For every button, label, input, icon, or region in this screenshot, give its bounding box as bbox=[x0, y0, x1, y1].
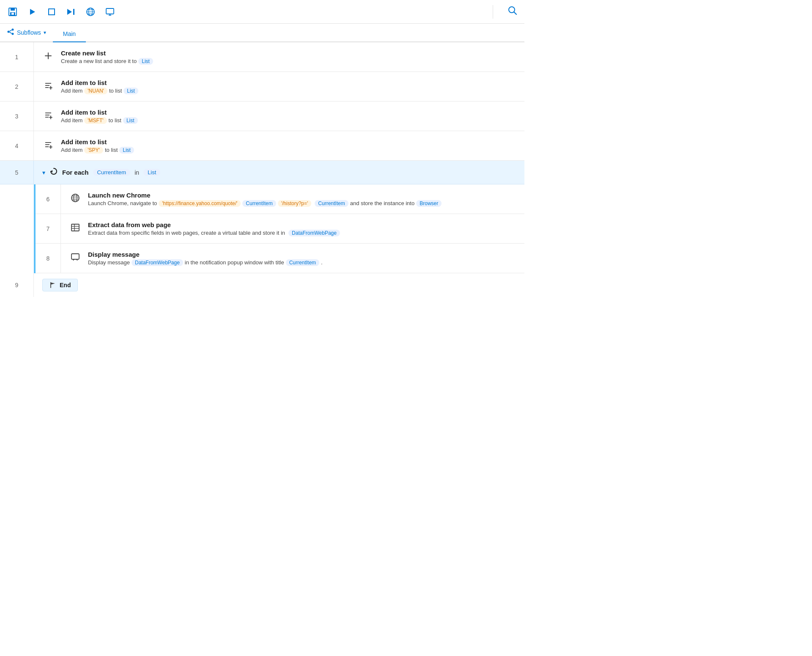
subflows-label: Subflows bbox=[17, 29, 41, 36]
add-list-icon-3 bbox=[42, 110, 54, 122]
web-icon[interactable] bbox=[85, 6, 96, 18]
step-8-suffix: . bbox=[321, 259, 323, 266]
step-1-list-badge: List bbox=[138, 58, 153, 65]
step-6-content[interactable]: Launch new Chrome Launch Chrome, navigat… bbox=[61, 184, 524, 214]
svg-marker-4 bbox=[30, 9, 35, 15]
subflows-button[interactable]: Subflows ▾ bbox=[0, 24, 53, 41]
svg-marker-6 bbox=[67, 9, 72, 15]
step-4-content[interactable]: Add item to list Add item 'SPY' to list … bbox=[34, 131, 524, 160]
step-6-launch-text: Launch Chrome, navigate to bbox=[88, 200, 157, 206]
step-4-spy-badge: 'SPY' bbox=[84, 147, 103, 154]
end-badge: End bbox=[42, 279, 78, 291]
search-icon[interactable] bbox=[508, 5, 518, 18]
step-8-data-badge: DataFromWebPage bbox=[132, 259, 183, 266]
subflows-chevron-icon: ▾ bbox=[44, 30, 46, 36]
step-2-list-badge: List bbox=[123, 88, 138, 94]
step-4-title: Add item to list bbox=[61, 138, 516, 145]
step-6-number: 6 bbox=[36, 184, 61, 214]
step-7-title: Extract data from web page bbox=[88, 221, 516, 228]
step-1-content[interactable]: Create new list Create a new list and st… bbox=[34, 42, 524, 71]
step-7-text: Extract data from web page Extract data … bbox=[88, 221, 516, 236]
svg-point-18 bbox=[8, 31, 10, 33]
add-list-icon-4 bbox=[42, 140, 54, 151]
svg-rect-7 bbox=[73, 9, 74, 15]
step-2-text: Add item to list Add item 'NUAN' to list… bbox=[61, 79, 516, 94]
step-1-number: 1 bbox=[0, 42, 34, 71]
display-message-icon bbox=[69, 253, 81, 264]
step-3-title: Add item to list bbox=[61, 109, 516, 116]
next-step-icon[interactable] bbox=[65, 6, 77, 18]
foreach-loop-icon bbox=[49, 167, 58, 178]
step-1-desc-prefix: Create a new list and store it to bbox=[61, 58, 137, 64]
step-8-row: 8 Display message Display message DataFr… bbox=[36, 244, 524, 273]
foreach-list-badge: List bbox=[143, 169, 160, 176]
foreach-currentitem-badge: CurrentItem bbox=[93, 169, 131, 176]
run-icon[interactable] bbox=[26, 6, 38, 18]
step-4-row: 4 Add item to list Add item 'SPY' to lis… bbox=[0, 131, 524, 161]
step-4-number: 4 bbox=[0, 131, 34, 160]
foreach-title: For each bbox=[62, 169, 89, 176]
step-2-content[interactable]: Add item to list Add item 'NUAN' to list… bbox=[34, 72, 524, 101]
step-2-add: Add item bbox=[61, 88, 82, 94]
stop-icon[interactable] bbox=[46, 6, 58, 18]
foreach-content[interactable]: ▾ For each CurrentItem in List bbox=[34, 161, 524, 184]
step-6-url-badge: 'https://finance.yahoo.com/quote/' bbox=[159, 200, 241, 207]
svg-rect-46 bbox=[71, 224, 79, 231]
step-8-title: Display message bbox=[88, 251, 516, 258]
step-6-desc: Launch Chrome, navigate to 'https://fina… bbox=[88, 200, 516, 207]
step-7-desc-prefix: Extract data from specific fields in web… bbox=[88, 230, 285, 236]
step-8-text: Display message Display message DataFrom… bbox=[88, 251, 516, 266]
step-6-browser-badge: Browser bbox=[416, 200, 442, 207]
step-3-content[interactable]: Add item to list Add item 'MSFT' to list… bbox=[34, 102, 524, 131]
step-8-display-text: Display message bbox=[88, 259, 130, 266]
step-7-data-badge: DataFromWebPage bbox=[288, 230, 340, 236]
toolbar bbox=[0, 0, 524, 24]
svg-rect-3 bbox=[11, 13, 14, 15]
main-content: 1 Create new list Create a new list and … bbox=[0, 42, 524, 297]
step-2-title: Add item to list bbox=[61, 79, 516, 86]
create-list-icon bbox=[42, 51, 54, 63]
step-2-to-list: to list bbox=[109, 88, 122, 94]
svg-line-21 bbox=[10, 30, 12, 31]
add-list-icon-2 bbox=[42, 81, 54, 92]
end-label: End bbox=[60, 282, 71, 288]
monitor-icon[interactable] bbox=[104, 6, 116, 18]
tab-main[interactable]: Main bbox=[53, 26, 86, 42]
step-6-store-text: and store the instance into bbox=[350, 200, 415, 206]
save-icon[interactable] bbox=[7, 6, 19, 18]
svg-rect-13 bbox=[106, 8, 114, 14]
launch-chrome-icon bbox=[69, 193, 81, 205]
step-6-currentitem1-badge: CurrentItem bbox=[242, 200, 276, 207]
step-6-text: Launch new Chrome Launch Chrome, navigat… bbox=[88, 192, 516, 207]
step-3-add: Add item bbox=[61, 117, 82, 124]
tab-bar: Subflows ▾ Main bbox=[0, 24, 524, 42]
foreach-collapse-icon[interactable]: ▾ bbox=[42, 169, 45, 176]
subflows-icon bbox=[7, 28, 14, 37]
step-8-content[interactable]: Display message Display message DataFrom… bbox=[61, 244, 524, 273]
step-7-content[interactable]: Extract data from web page Extract data … bbox=[61, 214, 524, 243]
step-3-list-badge: List bbox=[123, 117, 138, 124]
step-2-nuan-badge: 'NUAN' bbox=[84, 88, 107, 94]
end-flag-icon bbox=[49, 282, 56, 288]
step-7-number: 7 bbox=[36, 214, 61, 243]
svg-rect-50 bbox=[71, 254, 79, 259]
step-4-add: Add item bbox=[61, 147, 82, 153]
step-1-desc: Create a new list and store it to List bbox=[61, 58, 516, 65]
step-6-row: 6 Launch new Chrome Launch Chrome, navi bbox=[36, 184, 524, 214]
svg-rect-1 bbox=[11, 8, 15, 11]
foreach-body: 6 Launch new Chrome Launch Chrome, navi bbox=[34, 184, 524, 273]
svg-point-19 bbox=[12, 29, 14, 31]
step-4-to-list: to list bbox=[105, 147, 118, 153]
tab-main-label: Main bbox=[63, 30, 76, 37]
step-8-number: 8 bbox=[36, 244, 61, 273]
end-number: 9 bbox=[0, 273, 34, 297]
svg-point-20 bbox=[12, 33, 14, 35]
step-4-desc: Add item 'SPY' to list List bbox=[61, 147, 516, 154]
step-1-title: Create new list bbox=[61, 49, 516, 57]
step-4-list-badge: List bbox=[119, 147, 134, 154]
step-8-mid-text: in the notification popup window with ti… bbox=[185, 259, 284, 266]
step-3-number: 3 bbox=[0, 102, 34, 131]
step-4-text: Add item to list Add item 'SPY' to list … bbox=[61, 138, 516, 154]
svg-line-22 bbox=[10, 32, 12, 33]
step-1-text: Create new list Create a new list and st… bbox=[61, 49, 516, 65]
